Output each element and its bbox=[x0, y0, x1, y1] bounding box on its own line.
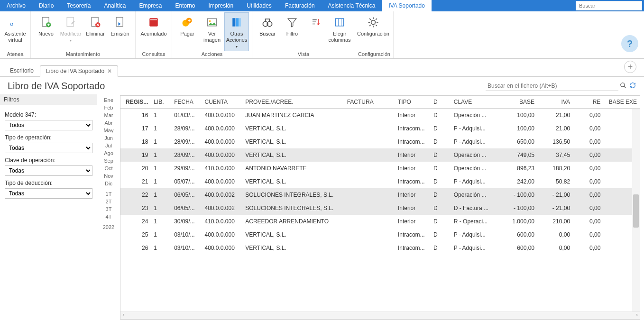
column-header-baseexe[interactable]: BASE EXE bbox=[603, 96, 640, 109]
month-abr[interactable]: Abr bbox=[97, 119, 120, 127]
menu-diario[interactable]: Diario bbox=[32, 0, 60, 11]
tab-close-icon[interactable]: ✕ bbox=[107, 68, 112, 74]
tab-libro-de-iva-soportado[interactable]: Libro de IVA Soportado✕ bbox=[40, 65, 118, 77]
ribbon-nuevo-button[interactable]: Nuevo bbox=[34, 12, 58, 51]
ribbon-eliminar-button[interactable]: Eliminar bbox=[83, 12, 108, 51]
cell-clave: P - Adquisi... bbox=[451, 122, 497, 135]
column-header-lib[interactable]: LIB. bbox=[151, 96, 171, 109]
month-mar[interactable]: Mar bbox=[97, 111, 120, 119]
ribbon-otras-acciones-label: OtrasAcciones ▾ bbox=[226, 31, 248, 50]
tab-escritorio[interactable]: Escritorio bbox=[4, 65, 40, 76]
search-icon[interactable] bbox=[618, 82, 628, 90]
ribbon-otras-acciones-button[interactable]: OtrasAcciones ▾ bbox=[224, 12, 249, 51]
grid-scrollbar-horizontal[interactable] bbox=[120, 312, 640, 319]
quarter-3t[interactable]: 3T bbox=[97, 205, 120, 213]
ribbon-elegir-columnas-button[interactable]: Elegircolumnas bbox=[327, 12, 352, 51]
cell-cuenta: 410.0.0.000 bbox=[202, 215, 243, 228]
month-ago[interactable]: Ago bbox=[97, 149, 120, 157]
cell-iva: 37,45 bbox=[537, 148, 573, 162]
month-jul[interactable]: Jul bbox=[97, 142, 120, 149]
table-row[interactable]: 20129/09/...410.0.0.000ANTONIO NAVARRETE… bbox=[120, 162, 640, 175]
ribbon-pagar-button[interactable]: +Pagar bbox=[175, 12, 200, 51]
menu-iva-soportado[interactable]: IVA Soportado bbox=[382, 0, 432, 11]
menu-analítica[interactable]: Analítica bbox=[97, 0, 132, 11]
column-header-re[interactable]: RE bbox=[573, 96, 603, 109]
new-tab-button[interactable]: + bbox=[624, 61, 636, 73]
title-row: Libro de IVA Soportado bbox=[0, 77, 644, 94]
month-oct[interactable]: Oct bbox=[97, 165, 120, 172]
filter-select-tipo[interactable]: Todas bbox=[5, 143, 92, 153]
menu-facturación[interactable]: Facturación bbox=[278, 0, 322, 11]
table-row[interactable]: 24130/09/...410.0.0.000ACREEDOR ARRENDAM… bbox=[120, 215, 640, 228]
column-header-regis[interactable]: REGIS... bbox=[120, 96, 151, 109]
global-search-input[interactable] bbox=[576, 1, 642, 10]
month-ene[interactable]: Ene bbox=[97, 96, 120, 104]
menu-impresión[interactable]: Impresión bbox=[202, 0, 240, 11]
refresh-icon[interactable] bbox=[628, 82, 637, 90]
column-header-tipo[interactable]: TIPO bbox=[395, 96, 431, 109]
cell-factura bbox=[344, 188, 395, 202]
cell-iva: 0,00 bbox=[537, 228, 573, 241]
filter-select-deduc[interactable]: Todas bbox=[5, 188, 92, 199]
ribbon-asistente-virtual-button[interactable]: αAsistentevirtual bbox=[3, 12, 28, 51]
month-sep[interactable]: Sep bbox=[97, 157, 120, 165]
cell-re: 0,00 bbox=[573, 122, 603, 135]
month-feb[interactable]: Feb bbox=[97, 104, 120, 111]
cell-regis: 16 bbox=[120, 109, 151, 122]
column-header-iva[interactable]: IVA bbox=[537, 96, 573, 109]
ribbon-buscar-button[interactable]: Buscar bbox=[255, 12, 280, 51]
ribbon-emision-button[interactable]: Emisión bbox=[108, 12, 132, 51]
column-header-d[interactable]: D bbox=[431, 96, 451, 109]
column-header-prov[interactable]: PROVEE./ACREE. bbox=[242, 96, 344, 109]
menu-entorno[interactable]: Entorno bbox=[168, 0, 202, 11]
month-may[interactable]: May bbox=[97, 127, 120, 134]
column-header-factura[interactable]: FACTURA bbox=[344, 96, 395, 109]
quarter-4t[interactable]: 4T bbox=[97, 213, 120, 220]
ribbon-orden-button[interactable] bbox=[304, 12, 327, 51]
ribbon-configuracion-button[interactable]: Configuración bbox=[358, 12, 388, 51]
cell-clave: R - Operaci... bbox=[451, 215, 497, 228]
ribbon-filtro-button[interactable]: Filtro bbox=[280, 12, 304, 51]
column-header-clave[interactable]: CLAVE bbox=[451, 96, 497, 109]
menu-asistencia-técnica[interactable]: Asistencia Técnica bbox=[322, 0, 382, 11]
table-row[interactable]: 18128/09/...400.0.0.000VERTICAL, S.L.Int… bbox=[120, 135, 640, 148]
file-search-input[interactable] bbox=[486, 81, 618, 91]
ribbon-modificar-button[interactable]: Modificar ▾ bbox=[58, 12, 83, 51]
funnel-icon bbox=[285, 15, 300, 30]
menu-utilidades[interactable]: Utilidades bbox=[240, 0, 278, 11]
month-selector: EneFebMarAbrMayJunJulAgoSepOctNovDic1T2T… bbox=[97, 94, 120, 320]
column-header-cuenta[interactable]: CUENTA bbox=[202, 96, 243, 109]
cell-tipo: Intracom... bbox=[395, 135, 431, 148]
filter-select-clave[interactable]: Todas bbox=[5, 165, 92, 176]
table-row[interactable]: 23106/05/...400.0.0.002SOLUCIONES INTEGR… bbox=[120, 202, 640, 215]
table-row[interactable]: 26103/10/...400.0.0.000VERTICAL, S.L.Int… bbox=[120, 241, 640, 255]
filter-select-modelo[interactable]: Todos bbox=[5, 120, 92, 130]
month-jun[interactable]: Jun bbox=[97, 134, 120, 142]
menu-empresa[interactable]: Empresa bbox=[132, 0, 168, 11]
image-icon bbox=[204, 15, 220, 30]
month-dic[interactable]: Dic bbox=[97, 180, 120, 187]
table-row[interactable]: 16101/03/...400.0.0.010JUAN MARTINEZ GAR… bbox=[120, 109, 640, 122]
grid-scrollbar-vertical[interactable] bbox=[632, 109, 640, 312]
ribbon-ver-imagen-button[interactable]: Verimagen bbox=[200, 12, 224, 51]
table-row[interactable]: 17128/09/...400.0.0.000VERTICAL, S.L.Int… bbox=[120, 122, 640, 135]
column-header-base[interactable]: BASE bbox=[497, 96, 537, 109]
month-nov[interactable]: Nov bbox=[97, 172, 120, 180]
year-selector[interactable]: 2022 bbox=[97, 223, 120, 231]
cell-prov: SOLUCIONES INTEGRALES, S.L. bbox=[242, 202, 344, 215]
table-row[interactable]: 19128/09/...400.0.0.000VERTICAL, S.L.Int… bbox=[120, 148, 640, 162]
table-row[interactable]: 21105/07/...400.0.0.000VERTICAL, S.L.Int… bbox=[120, 175, 640, 188]
table-row[interactable]: 22106/05/...400.0.0.002SOLUCIONES INTEGR… bbox=[120, 188, 640, 202]
cell-iva: 21,00 bbox=[537, 122, 573, 135]
menu-tesorería[interactable]: Tesorería bbox=[60, 0, 97, 11]
help-button[interactable]: ? bbox=[621, 35, 638, 52]
quarter-1t[interactable]: 1T bbox=[97, 190, 120, 198]
table-row[interactable]: 25103/10/...400.0.0.000VERTICAL, S.L.Int… bbox=[120, 228, 640, 241]
ribbon-acumulado-button[interactable]: Acumulado bbox=[138, 12, 169, 51]
cell-d: D bbox=[431, 241, 451, 255]
quarter-2t[interactable]: 2T bbox=[97, 198, 120, 205]
menubar: ArchivoDiarioTesoreríaAnalíticaEmpresaEn… bbox=[0, 0, 644, 11]
column-header-fecha[interactable]: FECHA bbox=[171, 96, 202, 109]
menu-archivo[interactable]: Archivo bbox=[0, 0, 32, 11]
cell-factura bbox=[344, 135, 395, 148]
